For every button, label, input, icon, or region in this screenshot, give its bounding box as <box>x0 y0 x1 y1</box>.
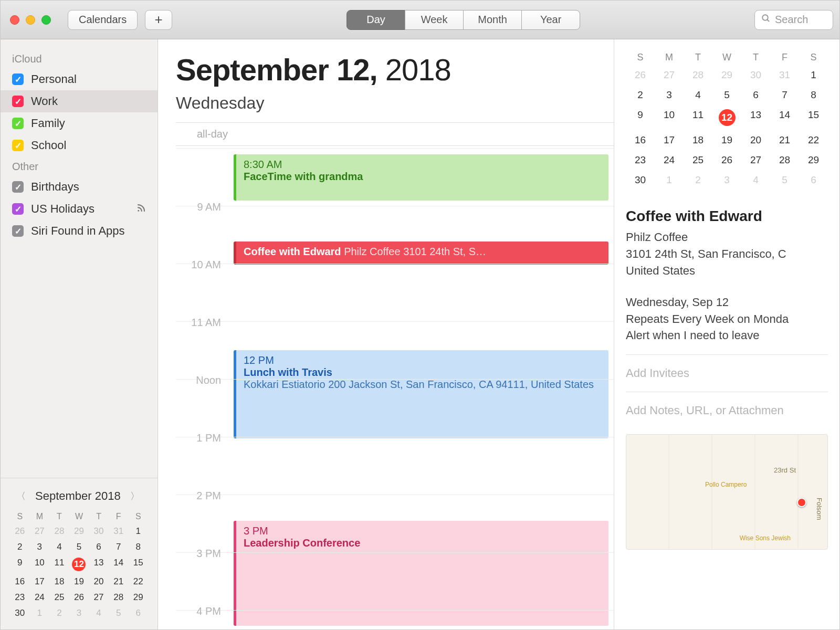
mini-cal-day[interactable]: 6 <box>128 605 148 621</box>
zoom-icon[interactable] <box>41 15 51 25</box>
mini-cal-day[interactable]: 28 <box>684 65 712 85</box>
calendar-item-siri-found-in-apps[interactable]: Siri Found in Apps <box>1 220 158 242</box>
mini-cal-day[interactable]: 3 <box>30 539 50 555</box>
mini-cal-day[interactable]: 19 <box>712 130 741 150</box>
mini-cal-day[interactable]: 16 <box>626 130 655 150</box>
event-map[interactable]: 23rd St Pollo Campero Wise Sons Jewish F… <box>626 434 828 550</box>
mini-cal-day[interactable]: 18 <box>684 130 712 150</box>
mini-cal-day[interactable]: 29 <box>712 65 741 85</box>
calendar-item-school[interactable]: School <box>1 134 158 156</box>
mini-cal-day[interactable]: 29 <box>69 523 89 539</box>
mini-cal-day[interactable]: 12 <box>69 555 89 574</box>
mini-cal-day[interactable]: 27 <box>741 150 770 170</box>
mini-cal-day[interactable]: 29 <box>799 150 828 170</box>
mini-cal-day[interactable]: 23 <box>626 150 655 170</box>
mini-cal-day[interactable]: 1 <box>655 170 684 190</box>
mini-cal-day[interactable]: 25 <box>49 590 69 605</box>
calendar-checkbox[interactable] <box>12 74 24 85</box>
event-location-line[interactable]: Philz Coffee <box>626 229 828 246</box>
mini-cal-day[interactable]: 27 <box>655 65 684 85</box>
mini-cal-day[interactable]: 9 <box>10 555 30 574</box>
mini-cal-day[interactable]: 6 <box>799 170 828 190</box>
all-day-row[interactable]: all-day <box>176 122 614 146</box>
mini-cal-day[interactable]: 10 <box>655 105 684 130</box>
add-invitees-field[interactable]: Add Invitees <box>626 355 828 392</box>
mini-cal-day[interactable]: 5 <box>770 170 799 190</box>
mini-cal-day[interactable]: 8 <box>128 539 148 555</box>
mini-cal-day[interactable]: 1 <box>799 65 828 85</box>
mini-cal-day[interactable]: 15 <box>128 555 148 574</box>
event-alert[interactable]: Alert when I need to leave <box>626 327 828 344</box>
mini-cal-day[interactable]: 3 <box>69 605 89 621</box>
mini-cal-day[interactable]: 29 <box>128 590 148 605</box>
mini-cal-day[interactable]: 20 <box>89 574 109 590</box>
mini-cal-day[interactable]: 25 <box>684 150 712 170</box>
calendar-checkbox[interactable] <box>12 140 24 151</box>
mini-cal-day[interactable]: 22 <box>128 574 148 590</box>
mini-cal-day[interactable]: 18 <box>49 574 69 590</box>
mini-cal-day[interactable]: 12 <box>712 105 741 130</box>
view-tab-year[interactable]: Year <box>521 10 580 30</box>
mini-cal-day[interactable]: 30 <box>89 523 109 539</box>
mini-cal-day[interactable]: 17 <box>655 130 684 150</box>
mini-cal-day[interactable]: 30 <box>741 65 770 85</box>
calendar-checkbox[interactable] <box>12 118 24 129</box>
mini-cal-day[interactable]: 24 <box>655 150 684 170</box>
mini-cal-day[interactable]: 3 <box>712 170 741 190</box>
mini-cal-day[interactable]: 31 <box>109 523 129 539</box>
mini-cal-day[interactable]: 27 <box>89 590 109 605</box>
mini-cal-day[interactable]: 17 <box>30 574 50 590</box>
calendars-toggle-button[interactable]: Calendars <box>68 10 138 30</box>
mini-cal-day[interactable]: 1 <box>30 605 50 621</box>
mini-cal-day[interactable]: 26 <box>69 590 89 605</box>
mini-cal-day[interactable]: 20 <box>741 130 770 150</box>
next-month-button[interactable]: 〉 <box>128 488 142 505</box>
mini-cal-day[interactable]: 10 <box>30 555 50 574</box>
mini-cal-day[interactable]: 3 <box>655 85 684 105</box>
mini-cal-day[interactable]: 4 <box>89 605 109 621</box>
mini-cal-day[interactable]: 30 <box>626 170 655 190</box>
mini-cal-day[interactable]: 27 <box>30 523 50 539</box>
mini-cal-day[interactable]: 2 <box>684 170 712 190</box>
inspector-mini-calendar[interactable]: SMTWTFS262728293031123456789101112131415… <box>626 50 828 190</box>
mini-cal-day[interactable]: 15 <box>799 105 828 130</box>
mini-cal-day[interactable]: 24 <box>30 590 50 605</box>
search-input[interactable]: Search <box>754 10 833 30</box>
mini-cal-day[interactable]: 21 <box>109 574 129 590</box>
view-tab-week[interactable]: Week <box>405 10 464 30</box>
mini-cal-day[interactable]: 21 <box>770 130 799 150</box>
mini-cal-day[interactable]: 9 <box>626 105 655 130</box>
mini-cal-day[interactable]: 5 <box>109 605 129 621</box>
mini-cal-day[interactable]: 22 <box>799 130 828 150</box>
calendar-checkbox[interactable] <box>12 225 24 237</box>
mini-cal-day[interactable]: 2 <box>626 85 655 105</box>
mini-cal-day[interactable]: 7 <box>109 539 129 555</box>
calendar-item-family[interactable]: Family <box>1 112 158 134</box>
mini-cal-day[interactable]: 8 <box>799 85 828 105</box>
mini-cal-day[interactable]: 4 <box>684 85 712 105</box>
close-icon[interactable] <box>10 15 19 25</box>
event-title[interactable]: Coffee with Edward <box>626 208 828 225</box>
mini-cal-day[interactable]: 2 <box>49 605 69 621</box>
calendar-item-work[interactable]: Work <box>1 90 158 112</box>
mini-cal-day[interactable]: 2 <box>10 539 30 555</box>
calendar-checkbox[interactable] <box>12 203 24 215</box>
mini-cal-day[interactable]: 28 <box>49 523 69 539</box>
mini-cal-day[interactable]: 14 <box>109 555 129 574</box>
view-tab-day[interactable]: Day <box>346 10 405 30</box>
mini-cal-day[interactable]: 28 <box>109 590 129 605</box>
mini-cal-day[interactable]: 5 <box>712 85 741 105</box>
event-repeat[interactable]: Repeats Every Week on Monda <box>626 311 828 328</box>
calendar-checkbox[interactable] <box>12 181 24 193</box>
mini-cal-day[interactable]: 26 <box>10 523 30 539</box>
add-event-button[interactable]: + <box>145 10 172 30</box>
mini-cal-day[interactable]: 13 <box>741 105 770 130</box>
mini-cal-day[interactable]: 11 <box>49 555 69 574</box>
prev-month-button[interactable]: 〈 <box>14 488 28 505</box>
mini-cal-day[interactable]: 1 <box>128 523 148 539</box>
mini-cal-day[interactable]: 30 <box>10 605 30 621</box>
calendar-item-us-holidays[interactable]: US Holidays <box>1 198 158 220</box>
mini-cal-day[interactable]: 19 <box>69 574 89 590</box>
mini-cal-day[interactable]: 28 <box>770 150 799 170</box>
timeline[interactable]: 8:30 AMFaceTime with grandmaCoffee with … <box>176 148 614 629</box>
